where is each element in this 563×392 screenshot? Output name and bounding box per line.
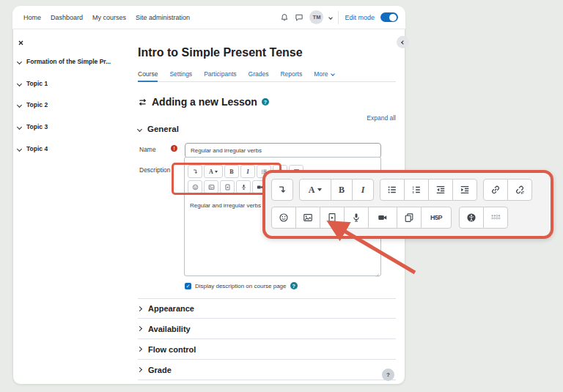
manage-files-icon (397, 207, 422, 229)
collapsed-sections: Appearance Availability Flow control Gra… (138, 298, 396, 380)
link-icon (483, 179, 508, 201)
bold-icon: B (331, 179, 353, 201)
sidebar-item-topic-4[interactable]: Topic 4 (18, 145, 120, 152)
topbar-divider (338, 11, 339, 24)
tab-participants[interactable]: Participants (204, 70, 236, 78)
sidebar-item-label: Topic 1 (26, 80, 48, 87)
expand-toolbar-arrow-icon[interactable] (188, 165, 202, 178)
tab-reports[interactable]: Reports (280, 70, 302, 78)
h5p-icon: H5P (421, 207, 452, 229)
accessibility-checker-icon (459, 207, 484, 229)
tab-grades[interactable]: Grades (249, 70, 269, 78)
italic-label: I (361, 185, 365, 196)
required-icon (171, 145, 177, 152)
section-expand-icon (137, 367, 142, 372)
indent-icon (452, 179, 477, 201)
italic-icon[interactable]: I (240, 165, 255, 178)
edit-mode-toggle[interactable] (380, 12, 398, 22)
user-menu-chevron-icon[interactable] (329, 15, 334, 20)
record-video-icon (368, 207, 397, 229)
image-icon (295, 207, 320, 229)
section-general-label: General (147, 125, 179, 133)
record-audio-icon[interactable] (236, 180, 251, 193)
annotation-zoomed-toolbar: A B I H5P (262, 170, 553, 239)
chevron-down-icon (17, 146, 22, 151)
lesson-icon (138, 97, 147, 107)
nav-home[interactable]: Home (23, 14, 41, 21)
sidebar-item-label: Topic 4 (26, 145, 48, 152)
sidebar-item-topic-2[interactable]: Topic 2 (18, 101, 120, 108)
screenreader-helper-icon (483, 207, 508, 229)
section-expand-icon (137, 306, 142, 311)
section-general-header[interactable]: General (138, 125, 179, 133)
font-style-icon: A (299, 179, 331, 201)
sidebar-item-topic-3[interactable]: Topic 3 (18, 123, 120, 130)
sidebar-item-label: Formation of the Simple Pr... (26, 58, 111, 65)
bell-icon[interactable] (280, 13, 289, 22)
edit-mode-label[interactable]: Edit mode (345, 14, 375, 21)
floating-help-button[interactable] (382, 369, 394, 381)
media-icon[interactable] (220, 180, 235, 193)
chevron-down-icon (317, 188, 322, 191)
bold-label: B (339, 185, 345, 196)
form-heading-row: Adding a new Lesson (138, 96, 269, 108)
section-grade-header[interactable]: Grade (138, 360, 396, 380)
display-description-row: Display description on course page (185, 282, 298, 289)
font-button-label: A (309, 185, 315, 196)
sidebar-item-formation[interactable]: Formation of the Simple Pr... (18, 58, 120, 65)
name-field-label: Name (139, 146, 156, 153)
bold-icon[interactable]: B (224, 165, 239, 178)
image-icon[interactable] (204, 180, 218, 193)
chevron-down-icon (331, 72, 335, 76)
unlink-icon (507, 179, 532, 201)
tab-settings[interactable]: Settings (169, 70, 192, 78)
numbered-list-icon (404, 179, 429, 201)
h5p-label: H5P (430, 214, 442, 221)
section-label: Grade (148, 366, 172, 374)
sidebar-item-label: Topic 3 (26, 123, 48, 130)
resize-handle-icon[interactable] (372, 267, 380, 281)
emoticon-icon[interactable] (188, 180, 202, 193)
section-collapse-icon (137, 126, 142, 131)
nav-dashboard[interactable]: Dashboard (51, 14, 83, 21)
chevron-down-icon (215, 171, 218, 173)
avatar[interactable]: TM (309, 10, 323, 24)
chat-icon[interactable] (295, 13, 303, 22)
sidebar-item-label: Topic 2 (26, 101, 48, 108)
italic-label: I (246, 169, 249, 175)
top-navbar: Home Dashboard My courses Site administr… (12, 6, 405, 29)
tab-more[interactable]: More (314, 70, 334, 78)
bulleted-list-icon (380, 179, 405, 201)
font-style-icon[interactable]: A (204, 165, 223, 178)
section-flow-control-header[interactable]: Flow control (138, 339, 396, 360)
font-button-label: A (209, 169, 213, 175)
record-audio-icon (344, 207, 369, 229)
collapse-block-drawer-button[interactable] (397, 36, 409, 48)
chevron-down-icon (17, 102, 22, 107)
close-drawer-icon[interactable] (18, 36, 24, 49)
section-appearance-header[interactable]: Appearance (138, 298, 396, 319)
help-icon[interactable] (290, 282, 298, 289)
section-label: Appearance (148, 304, 194, 313)
primary-nav: Home Dashboard My courses Site administr… (23, 14, 190, 21)
display-description-label: Display description on course page (195, 283, 287, 289)
sidebar-item-topic-1[interactable]: Topic 1 (18, 80, 120, 87)
nav-my-courses[interactable]: My courses (92, 14, 126, 21)
chevron-down-icon (17, 81, 22, 86)
media-icon (320, 207, 345, 229)
section-availability-header[interactable]: Availability (138, 319, 396, 339)
display-description-checkbox[interactable] (185, 283, 191, 289)
section-label: Flow control (148, 345, 196, 354)
section-label: Availability (148, 325, 191, 333)
description-field-label: Description (139, 166, 171, 174)
tab-course[interactable]: Course (138, 70, 158, 78)
chevron-left-icon (401, 40, 405, 45)
help-icon[interactable] (262, 98, 269, 106)
tab-more-label: More (314, 70, 328, 78)
italic-icon: I (352, 179, 374, 201)
nav-site-administration[interactable]: Site administration (136, 14, 190, 21)
page-title: Intro to Simple Present Tense (138, 46, 303, 59)
expand-all-link[interactable]: Expand all (138, 114, 396, 122)
emoticon-icon (271, 207, 296, 229)
name-input[interactable] (185, 143, 381, 158)
